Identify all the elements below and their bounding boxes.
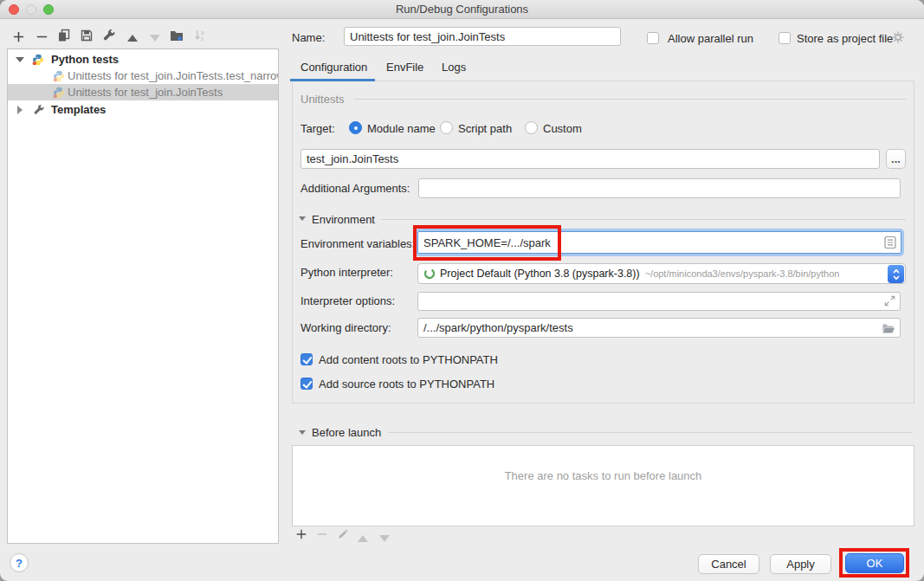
environment-variables-input[interactable] [417,231,901,254]
interpreter-options-input[interactable] [417,292,901,311]
before-launch-collapse-icon[interactable] [299,430,306,435]
tab-configuration[interactable]: Configuration [300,61,367,74]
sort-icon: az [192,28,208,43]
target-custom-radio[interactable] [525,121,538,134]
run-debug-configurations-dialog: Run/Debug Configurations az Python tests [0,0,924,581]
tree-item-label: Unittests for test_join.JoinTests.test_n… [68,68,278,85]
target-module-name-label: Module name [367,122,436,135]
add-source-roots-checkbox[interactable] [300,378,313,390]
chevron-down-icon[interactable] [16,57,24,62]
close-window-button[interactable] [9,4,19,15]
add-icon[interactable] [10,29,26,44]
group-divider [388,432,913,433]
browse-env-vars-icon[interactable] [884,236,897,249]
group-divider [354,99,906,100]
svg-text:z: z [201,36,204,42]
environment-variables-label: Environment variables: [300,237,415,250]
folder-icon[interactable] [882,321,895,334]
move-task-up-icon [358,531,368,545]
target-label: Target: [300,122,335,135]
gear-icon[interactable] [891,30,905,47]
remove-icon[interactable] [34,29,49,44]
active-tab-underline [290,79,375,81]
unittests-group-title: Unittests [300,93,345,106]
dropdown-stepper-icon[interactable] [888,265,904,283]
apply-button[interactable]: Apply [770,554,831,574]
tree-item-label: Unittests for test_join.JoinTests [68,84,223,101]
before-launch-group-title: Before launch [312,426,381,439]
add-content-roots-label: Add content roots to PYTHONPATH [319,353,498,366]
browse-target-button[interactable]: ... [886,149,906,169]
name-input[interactable] [344,27,621,46]
ok-button[interactable]: OK [845,553,904,573]
python-interpreter-select[interactable]: Project Default (Python 3.8 (pyspark-3.8… [417,263,906,284]
allow-parallel-run-label: Allow parallel run [668,32,753,45]
environment-group-title: Environment [312,213,375,226]
working-directory-label: Working directory: [300,321,391,334]
tab-envfile[interactable]: EnvFile [386,61,423,74]
expand-field-icon[interactable] [883,294,896,307]
add-task-icon[interactable] [295,528,307,543]
target-custom-label: Custom [543,122,582,135]
conda-environment-icon [423,268,436,280]
before-launch-task-list [292,445,914,526]
tree-item-jointests-selected[interactable]: Unittests for test_join.JoinTests [8,84,278,101]
help-button[interactable]: ? [10,553,29,572]
target-module-input[interactable] [300,149,880,169]
tree-item-test-narrow[interactable]: Unittests for test_join.JoinTests.test_n… [8,68,278,85]
store-as-project-file-checkbox[interactable] [779,32,791,44]
python-tests-icon [32,54,44,68]
tree-item-templates[interactable]: Templates [8,101,278,119]
chevron-right-icon[interactable] [17,106,23,114]
save-icon[interactable] [79,28,94,43]
edit-task-pencil-icon [337,528,349,543]
interpreter-options-label: Interpreter options: [300,294,395,307]
allow-parallel-run-checkbox[interactable] [647,32,659,44]
new-folder-icon[interactable] [169,28,184,43]
configurations-tree: Python tests Unittests for test_join.Joi… [7,48,279,544]
python-test-icon [53,87,65,101]
environment-collapse-icon[interactable] [299,216,306,221]
working-directory-input[interactable] [417,318,901,338]
tree-item-label: Templates [51,101,106,119]
edit-templates-icon[interactable] [101,28,117,43]
remove-task-icon [316,528,328,543]
move-task-down-icon [379,531,390,545]
no-tasks-message: There are no tasks to run before launch [292,469,914,482]
target-script-path-radio[interactable] [440,121,453,134]
window-title: Run/Debug Configurations [396,3,528,16]
name-label: Name: [292,31,325,44]
interpreter-path: ~/opt/miniconda3/envs/pyspark-3.8/bin/py… [645,268,840,279]
add-source-roots-label: Add source roots to PYTHONPATH [319,378,494,391]
cancel-button[interactable]: Cancel [698,554,759,574]
minimize-window-button [26,4,36,15]
move-down-icon [147,30,163,46]
copy-icon[interactable] [56,28,72,43]
interpreter-name: Project Default (Python 3.8 (pyspark-3.8… [440,268,640,280]
title-bar: Run/Debug Configurations [0,0,924,19]
tab-logs[interactable]: Logs [442,61,466,74]
templates-wrench-icon [33,104,45,119]
additional-arguments-label: Additional Arguments: [300,182,410,195]
additional-arguments-input[interactable] [418,178,901,198]
python-test-icon [53,70,65,85]
add-content-roots-checkbox[interactable] [300,353,313,365]
target-module-name-radio[interactable] [349,121,362,134]
zoom-window-button[interactable] [43,4,54,15]
move-up-icon[interactable] [125,30,140,46]
store-as-project-file-label: Store as project file [797,32,893,45]
python-interpreter-label: Python interpreter: [300,266,393,279]
target-script-path-label: Script path [458,122,512,135]
group-divider [381,219,906,220]
tree-item-label: Python tests [51,51,119,68]
tree-item-python-tests[interactable]: Python tests [8,51,278,68]
svg-text:a: a [201,29,204,36]
